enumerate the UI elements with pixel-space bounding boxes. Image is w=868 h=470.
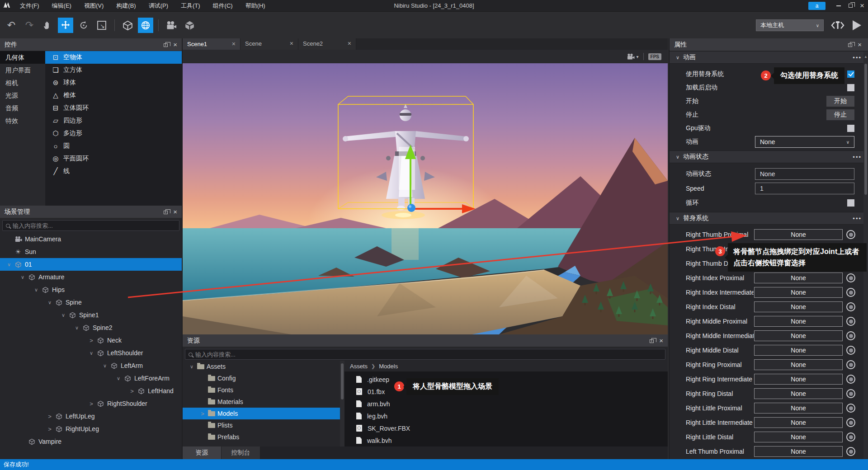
- bone-picker-radio[interactable]: [846, 302, 855, 311]
- host-select-dropdown[interactable]: 本地主机 ∨: [756, 19, 824, 31]
- bone-picker-radio[interactable]: [846, 230, 855, 239]
- properties-scrollbar[interactable]: ▲: [863, 52, 868, 459]
- expand-open-icon[interactable]: ∨: [190, 364, 193, 369]
- geometry-item[interactable]: ⬡ 多边形: [45, 127, 182, 140]
- close-button[interactable]: ×: [856, 0, 868, 12]
- checkbox-unchecked[interactable]: [847, 199, 854, 207]
- bone-binding-button[interactable]: None: [754, 244, 843, 254]
- geometry-item[interactable]: ▱ 四边形: [45, 114, 182, 127]
- pan-tool-button[interactable]: [40, 18, 55, 33]
- bone-picker-radio[interactable]: [846, 360, 855, 369]
- restore-button[interactable]: [844, 0, 856, 12]
- bone-picker-radio[interactable]: [846, 288, 855, 297]
- bone-binding-button[interactable]: None: [754, 287, 843, 298]
- expand-open-icon[interactable]: ∨: [7, 262, 11, 267]
- value-field[interactable]: None: [755, 168, 854, 180]
- checkbox-unchecked[interactable]: [847, 125, 854, 132]
- bottom-tab[interactable]: 资源: [183, 446, 222, 459]
- expand-open-icon[interactable]: ∨: [117, 376, 120, 381]
- close-panel-icon[interactable]: ×: [173, 208, 177, 215]
- scene-tree-row[interactable]: ∨ LeftShoulder: [0, 347, 182, 359]
- checkbox-unchecked[interactable]: [847, 84, 854, 91]
- action-button[interactable]: 开始: [826, 96, 854, 107]
- viewport-3d[interactable]: [183, 63, 668, 334]
- fps-toggle-button[interactable]: FPS: [648, 53, 661, 60]
- bone-binding-button[interactable]: None: [754, 417, 843, 428]
- scene-tree-row[interactable]: MainCamera: [0, 233, 182, 245]
- expand-open-icon[interactable]: ∨: [61, 312, 65, 318]
- geometry-item[interactable]: ⊟ 立体圆环: [45, 102, 182, 114]
- section-menu-icon[interactable]: •••: [853, 154, 862, 160]
- folder-row[interactable]: Config: [183, 372, 340, 384]
- scene-tree-row[interactable]: ∨ 01: [0, 258, 182, 271]
- bone-binding-button[interactable]: None: [754, 301, 843, 312]
- breadcrumb-item[interactable]: Models: [379, 363, 398, 370]
- camera-preview-dropdown[interactable]: ▾: [627, 53, 639, 60]
- wireframe-mode-button[interactable]: [120, 18, 135, 33]
- expand-closed-icon[interactable]: >: [130, 388, 134, 395]
- menu-item[interactable]: 编辑(E): [46, 0, 78, 12]
- file-row[interactable]: ⬡ 01.fbx: [344, 385, 668, 398]
- bone-picker-radio[interactable]: [846, 418, 855, 427]
- bone-binding-button[interactable]: None: [754, 432, 843, 442]
- scene-tree-row[interactable]: > LeftHand: [0, 385, 182, 397]
- bone-binding-button[interactable]: None: [754, 345, 843, 356]
- dropdown-select[interactable]: None∨: [755, 136, 854, 148]
- expand-closed-icon[interactable]: >: [90, 337, 93, 344]
- scene-tree-row[interactable]: ∨ LeftArm: [0, 359, 182, 372]
- float-panel-icon[interactable]: [164, 43, 168, 47]
- expand-open-icon[interactable]: ∨: [75, 325, 79, 330]
- category-item[interactable]: 相机: [0, 76, 45, 89]
- minimize-button[interactable]: [833, 0, 844, 12]
- expand-closed-icon[interactable]: >: [48, 426, 52, 432]
- menu-item[interactable]: 构建(B): [110, 0, 142, 12]
- scene-tree-row[interactable]: ∨ Armature: [0, 271, 182, 283]
- float-panel-icon[interactable]: [650, 339, 654, 343]
- folder-row[interactable]: Plists: [183, 419, 340, 431]
- expand-open-icon[interactable]: ∨: [48, 300, 52, 305]
- menu-item[interactable]: 帮助(H): [239, 0, 272, 12]
- file-row[interactable]: .gitkeep: [344, 373, 668, 385]
- menu-item[interactable]: 组件(C): [207, 0, 239, 12]
- scene-tree-row[interactable]: ∨ Spine: [0, 296, 182, 309]
- close-panel-icon[interactable]: ×: [858, 41, 862, 48]
- category-item[interactable]: 光源: [0, 89, 45, 102]
- expand-closed-icon[interactable]: >: [201, 410, 204, 417]
- bone-binding-button[interactable]: None: [754, 446, 843, 457]
- category-item[interactable]: 音频: [0, 102, 45, 114]
- geometry-item[interactable]: ❏ 立方体: [45, 64, 182, 76]
- play-button[interactable]: [852, 20, 862, 31]
- tab-close-icon[interactable]: ×: [232, 40, 236, 47]
- scene-tab[interactable]: Scene1 ×: [183, 37, 241, 50]
- geometry-item[interactable]: ○ 圆: [45, 140, 182, 152]
- file-row[interactable]: ⬡ SK_Rover.FBX: [344, 422, 668, 434]
- folder-row[interactable]: ∨ Assets: [183, 361, 340, 372]
- bone-binding-button[interactable]: None: [754, 316, 843, 327]
- folder-row[interactable]: Fonts: [183, 384, 340, 396]
- camera-view-button[interactable]: [164, 18, 179, 33]
- bone-picker-radio[interactable]: [846, 404, 855, 413]
- bone-picker-radio[interactable]: [846, 346, 855, 355]
- bone-binding-button[interactable]: None: [754, 374, 843, 385]
- scene-tree-row[interactable]: ∨ Hips: [0, 283, 182, 296]
- geometry-item[interactable]: ⊜ 球体: [45, 76, 182, 89]
- scene-tree-row[interactable]: ∨ Spine1: [0, 309, 182, 321]
- menu-item[interactable]: 工具(T): [175, 0, 207, 12]
- bone-binding-button[interactable]: None: [754, 403, 843, 414]
- bone-picker-radio[interactable]: [846, 273, 855, 282]
- world-mode-button[interactable]: [138, 18, 153, 33]
- assets-search-input[interactable]: [195, 351, 662, 358]
- file-row[interactable]: arm.bvh: [344, 398, 668, 410]
- geometry-item[interactable]: ╱ 线: [45, 165, 182, 178]
- scene-tree-row[interactable]: ∨ LeftForeArm: [0, 372, 182, 385]
- expand-open-icon[interactable]: ∨: [90, 350, 93, 356]
- bone-binding-button[interactable]: None: [754, 273, 843, 283]
- scene-tree-row[interactable]: > LeftUpLeg: [0, 410, 182, 423]
- prefab-button[interactable]: [182, 18, 197, 33]
- expand-closed-icon[interactable]: >: [90, 400, 93, 407]
- tab-close-icon[interactable]: ×: [290, 40, 293, 47]
- category-item[interactable]: 特效: [0, 114, 45, 127]
- checkbox-checked[interactable]: [847, 70, 854, 78]
- scene-tree-row[interactable]: > RightShoulder: [0, 397, 182, 410]
- folder-row[interactable]: Prefabs: [183, 431, 340, 443]
